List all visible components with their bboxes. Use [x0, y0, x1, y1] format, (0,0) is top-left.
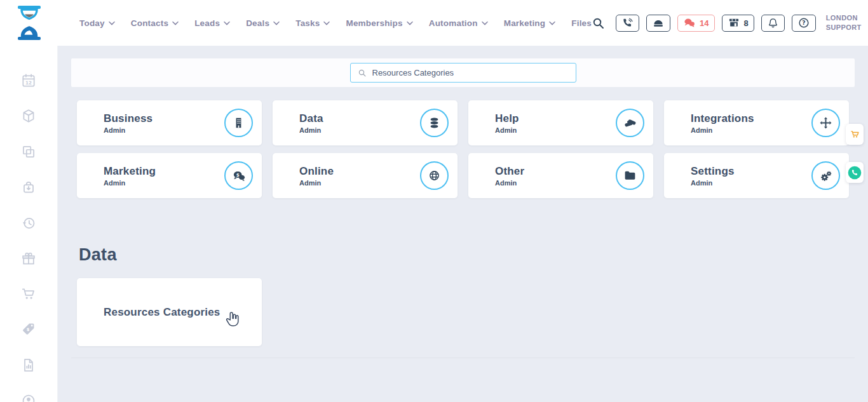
card-subtitle: Admin	[691, 126, 754, 134]
chevron-down-icon	[323, 21, 330, 25]
card-settings[interactable]: Settings Admin	[664, 153, 849, 198]
card-title: Business	[104, 112, 153, 125]
building-icon	[224, 109, 253, 137]
chevron-down-icon	[172, 21, 179, 25]
folder-icon	[616, 161, 644, 190]
copy-icon[interactable]	[20, 144, 37, 160]
comment-dollar-icon: $	[224, 161, 253, 190]
search-input[interactable]	[372, 68, 569, 77]
nav-label: Contacts	[131, 18, 168, 28]
nav-item-automation[interactable]: Automation	[429, 18, 488, 28]
svg-text:$: $	[236, 171, 239, 177]
gift-icon[interactable]	[20, 250, 37, 267]
chevron-down-icon	[482, 21, 488, 25]
chevron-down-icon	[109, 21, 115, 25]
chat-button[interactable]: 14	[677, 15, 714, 32]
resources-categories-card[interactable]: Resources Categories	[77, 278, 262, 346]
header-tools: 14 8	[592, 13, 868, 34]
card-subtitle: Admin	[495, 179, 524, 187]
phone-icon	[621, 17, 634, 29]
move-arrows-icon	[811, 109, 840, 137]
card-subtitle: Admin	[299, 179, 334, 187]
chevron-down-icon	[407, 21, 413, 25]
card-subtitle: Admin	[495, 126, 519, 134]
nav-item-today[interactable]: Today	[79, 18, 115, 28]
svg-text:12: 12	[25, 80, 32, 86]
card-marketing[interactable]: Marketing Admin $	[77, 153, 262, 198]
help-icon: ?	[797, 17, 810, 29]
nav-item-files[interactable]: Files	[571, 18, 592, 28]
card-integrations[interactable]: Integrations Admin	[664, 100, 849, 145]
main-content: Business Admin	[58, 46, 868, 402]
history-icon[interactable]	[20, 215, 37, 231]
card-subtitle: Admin	[104, 179, 156, 187]
card-business[interactable]: Business Admin	[77, 100, 262, 145]
hands-helping-icon	[616, 109, 644, 137]
resources-categories-label: Resources Categories	[104, 306, 220, 319]
left-sidebar: 12	[0, 46, 58, 402]
nav-item-marketing[interactable]: Marketing	[504, 18, 556, 28]
nav-label: Tasks	[295, 18, 320, 28]
nav-item-leads[interactable]: Leads	[194, 18, 230, 28]
mouse-cursor-hand-icon	[223, 310, 242, 329]
search-icon[interactable]	[592, 17, 605, 30]
nav-item-memberships[interactable]: Memberships	[346, 18, 412, 28]
card-title: Other	[495, 165, 524, 178]
search-input-icon	[358, 69, 367, 77]
card-title: Marketing	[104, 165, 156, 178]
notifications-button[interactable]	[761, 15, 785, 32]
calendar-12-icon[interactable]: 12	[20, 72, 37, 89]
package-icon[interactable]	[20, 108, 37, 124]
nav-label: Deals	[246, 18, 269, 28]
bell-icon	[767, 17, 779, 29]
category-card-grid: Business Admin	[77, 100, 849, 198]
whatsapp-icon	[848, 166, 862, 180]
card-subtitle: Admin	[104, 126, 153, 134]
nav-label: Today	[79, 18, 105, 28]
whatsapp-widget-button[interactable]	[846, 162, 864, 183]
card-title: Data	[299, 112, 323, 125]
nav-label: Leads	[194, 18, 220, 28]
globe-icon	[420, 161, 449, 190]
nav-item-contacts[interactable]: Contacts	[131, 18, 179, 28]
store-button[interactable]: 8	[722, 15, 754, 32]
phone-button[interactable]	[616, 15, 639, 32]
hourglass-logo-icon[interactable]	[15, 6, 43, 40]
bag-download-icon[interactable]	[20, 179, 37, 196]
card-title: Settings	[691, 165, 735, 178]
page: Today Contacts Leads Deals Tasks Members…	[0, 0, 868, 402]
nav-label: Memberships	[346, 18, 402, 28]
card-help[interactable]: Help Admin	[468, 100, 653, 145]
card-online[interactable]: Online Admin	[273, 153, 458, 198]
account-name-line2: SUPPORT	[826, 23, 862, 32]
nav-item-tasks[interactable]: Tasks	[295, 18, 330, 28]
database-icon	[420, 109, 449, 137]
search-band	[71, 58, 855, 87]
inbox-button[interactable]	[646, 15, 670, 32]
card-other[interactable]: Other Admin	[468, 153, 653, 198]
store-icon	[728, 17, 740, 29]
cart-widget-button[interactable]	[846, 124, 864, 145]
nav-label: Marketing	[504, 18, 546, 28]
chat-count-badge: 14	[700, 18, 709, 28]
svg-text:?: ?	[802, 19, 805, 26]
chevron-down-icon	[273, 21, 280, 25]
main-nav: Today Contacts Leads Deals Tasks Members…	[79, 18, 592, 28]
section-divider	[71, 358, 855, 358]
svg-text:$: $	[27, 327, 30, 332]
chevron-down-icon	[224, 21, 230, 25]
store-count-badge: 8	[744, 18, 749, 28]
account-circle-icon[interactable]	[20, 392, 37, 402]
nav-item-deals[interactable]: Deals	[246, 18, 280, 28]
help-button[interactable]: ?	[792, 15, 816, 32]
chevron-down-icon	[549, 21, 555, 25]
top-header: Today Contacts Leads Deals Tasks Members…	[0, 0, 868, 46]
card-subtitle: Admin	[691, 179, 735, 187]
report-icon[interactable]	[20, 357, 37, 373]
cart-icon[interactable]	[20, 286, 37, 302]
chat-icon	[683, 17, 696, 29]
card-title: Integrations	[691, 112, 754, 125]
card-data[interactable]: Data Admin	[273, 100, 458, 145]
price-tag-icon[interactable]: $	[20, 321, 37, 338]
search-box	[350, 63, 576, 83]
